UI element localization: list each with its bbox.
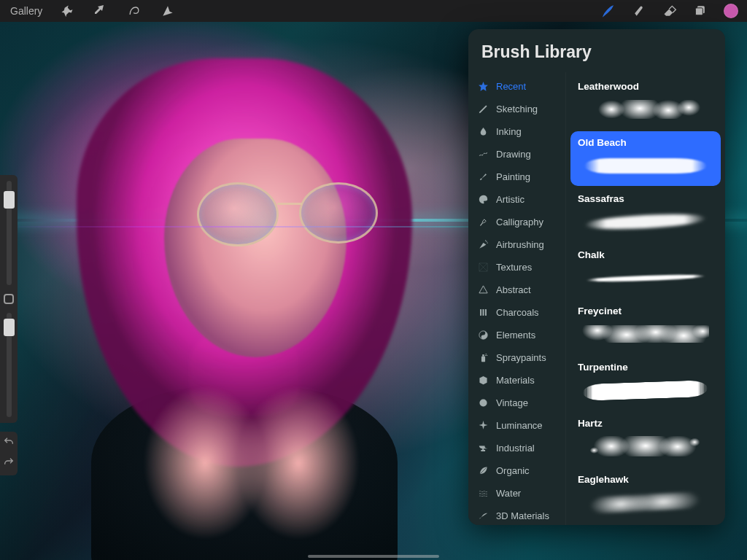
brush-list: LeatherwoodOld BeachSassafrasChalkFreyci…: [566, 72, 725, 525]
adjustments-icon[interactable]: [92, 2, 109, 20]
brush-category-3d-materials[interactable]: 3D Materials: [468, 505, 565, 525]
brush-stroke-preview: [578, 262, 713, 294]
brush-category-label: Vintage: [496, 397, 528, 408]
brush-category-list: RecentSketchingInkingDrawingPaintingArti…: [468, 72, 566, 525]
brush-category-label: Water: [496, 488, 521, 499]
brush-name: Eaglehawk: [578, 474, 713, 485]
eraser-tool-icon[interactable]: [661, 2, 678, 20]
svg-rect-6: [482, 309, 484, 316]
color-swatch[interactable]: [722, 2, 740, 20]
brush-name: Turpentine: [578, 362, 713, 373]
brush-stroke-preview: [578, 318, 713, 350]
brush-old-beach[interactable]: Old Beach: [570, 131, 721, 186]
texture-icon: [477, 262, 489, 273]
undo-button[interactable]: [3, 436, 15, 451]
brush-category-artistic[interactable]: Artistic: [468, 188, 565, 211]
brush-category-label: Abstract: [496, 284, 531, 295]
brush-category-sketching[interactable]: Sketching: [468, 98, 565, 120]
brush-category-water[interactable]: Water: [468, 482, 565, 505]
side-sliders: [0, 175, 18, 423]
gallery-button[interactable]: Gallery: [10, 2, 42, 20]
svg-point-12: [486, 355, 487, 356]
svg-point-3: [487, 242, 487, 243]
brush-stroke-preview: [578, 206, 713, 238]
brush-category-label: Painting: [496, 171, 530, 182]
brush-category-luminance[interactable]: Luminance: [468, 414, 565, 437]
brush-opacity-slider[interactable]: [7, 313, 12, 417]
brush-turpentine[interactable]: Turpentine: [570, 356, 721, 411]
brush-category-spraypaints[interactable]: Spraypaints: [468, 346, 565, 369]
brush-chalk[interactable]: Chalk: [570, 244, 721, 298]
redo-button[interactable]: [3, 456, 15, 471]
sparkle-icon: [477, 420, 489, 432]
svg-point-2: [486, 241, 487, 242]
brush-category-label: Elements: [496, 330, 535, 341]
brush-category-abstract[interactable]: Abstract: [468, 279, 565, 301]
brush-category-inking[interactable]: Inking: [468, 120, 565, 143]
brush-category-vintage[interactable]: Vintage: [468, 392, 565, 414]
brush-freycinet[interactable]: Freycinet: [570, 300, 721, 354]
svg-point-13: [485, 355, 486, 356]
selection-icon[interactable]: [125, 2, 143, 20]
yinyang-icon: [477, 330, 489, 341]
brush-stroke-preview: [578, 486, 713, 518]
curve-icon: [477, 510, 489, 522]
brush-category-calligraphy[interactable]: Calligraphy: [468, 211, 565, 233]
modify-button[interactable]: [4, 294, 14, 304]
brush-category-label: Airbrushing: [496, 239, 544, 250]
brush-eaglehawk[interactable]: Eaglehawk: [570, 468, 721, 523]
svg-point-11: [485, 354, 486, 354]
svg-rect-9: [481, 357, 485, 362]
brush-hartz[interactable]: Hartz: [570, 412, 721, 467]
palette-icon: [477, 194, 489, 206]
cube-icon: [477, 375, 489, 386]
brush-tool-icon[interactable]: [600, 2, 617, 20]
brush-stroke-preview: [578, 149, 713, 182]
brush-category-organic[interactable]: Organic: [468, 459, 565, 482]
brush-library-popover: Brush Library RecentSketchingInkingDrawi…: [468, 29, 725, 525]
brush-icon: [477, 171, 489, 183]
brush-category-label: 3D Materials: [496, 510, 549, 521]
home-indicator: [308, 555, 439, 558]
brush-name: Sassafras: [578, 193, 713, 204]
brush-category-label: Inking: [496, 126, 522, 137]
brush-sassafras[interactable]: Sassafras: [570, 187, 721, 242]
brush-category-label: Sketching: [496, 104, 538, 114]
brush-category-charcoals[interactable]: Charcoals: [468, 301, 565, 324]
anvil-icon: [477, 443, 489, 454]
calligraphy-icon: [477, 217, 489, 228]
waves-icon: [477, 488, 489, 499]
brush-category-elements[interactable]: Elements: [468, 324, 565, 346]
star-icon: [477, 81, 489, 93]
brush-category-materials[interactable]: Materials: [468, 369, 565, 392]
brush-leatherwood[interactable]: Leatherwood: [570, 75, 721, 130]
brush-category-label: Recent: [496, 81, 526, 92]
brush-library-title: Brush Library: [468, 29, 725, 72]
airbrush-icon: [477, 239, 489, 251]
smudge-tool-icon[interactable]: [630, 2, 648, 20]
brush-category-label: Artistic: [496, 194, 525, 205]
brush-category-label: Drawing: [496, 149, 531, 160]
brush-name: Freycinet: [578, 306, 713, 316]
transform-icon[interactable]: [159, 2, 177, 20]
undo-redo-group: [0, 432, 18, 475]
brush-category-airbrushing[interactable]: Airbrushing: [468, 233, 565, 256]
brush-category-label: Charcoals: [496, 307, 539, 318]
svg-rect-10: [482, 354, 484, 357]
brush-size-slider[interactable]: [7, 181, 12, 285]
actions-icon[interactable]: [58, 2, 76, 20]
brush-stroke-preview: [578, 93, 713, 125]
svg-point-4: [485, 240, 486, 241]
svg-rect-1: [695, 8, 703, 15]
brush-category-recent[interactable]: Recent: [468, 75, 565, 98]
top-toolbar: Gallery: [0, 0, 747, 22]
brush-category-textures[interactable]: Textures: [468, 256, 565, 279]
layers-icon[interactable]: [692, 2, 709, 20]
svg-rect-5: [480, 309, 481, 316]
brush-category-industrial[interactable]: Industrial: [468, 437, 565, 459]
brush-stroke-preview: [578, 430, 713, 462]
svg-rect-7: [485, 309, 487, 316]
brush-category-painting[interactable]: Painting: [468, 166, 565, 188]
brush-category-drawing[interactable]: Drawing: [468, 143, 565, 166]
brush-category-label: Luminance: [496, 420, 543, 431]
